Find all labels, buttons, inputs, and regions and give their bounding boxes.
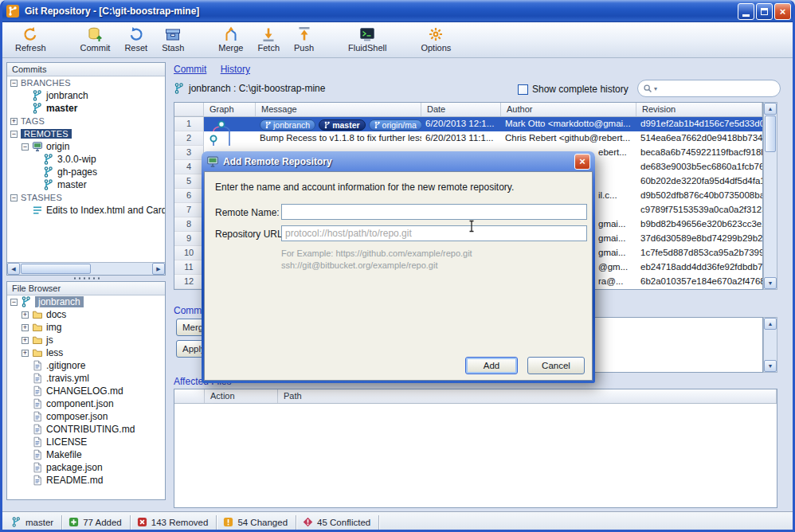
file-tree-item-img[interactable]: +img [7,321,165,334]
commit-row-2[interactable]: 2Bump Recess to v1.1.8 to fix further le… [174,131,762,146]
stash-list-icon [32,205,43,216]
commits-tree-item-branches[interactable]: −BRANCHES [7,76,165,89]
cancel-button[interactable]: Cancel [527,357,585,374]
toolbar-fetch-button[interactable]: Fetch [252,24,287,55]
column-header-author[interactable]: Author [501,103,636,116]
column-header-rownum[interactable] [174,103,204,116]
column-header-action[interactable]: Action [205,389,278,403]
branch-icon [174,83,185,94]
toolbar-merge-button[interactable]: Merge [212,24,249,55]
status-54-changed: 54 Changed [218,515,296,530]
file-tree-item-less[interactable]: +less [7,346,165,359]
commit-row-1[interactable]: 1jonbranchmasterorigin/ma6/20/2013 12:1.… [174,117,762,131]
toolbar-refresh-button[interactable]: Refresh [9,24,53,55]
commits-tree-item-stashes[interactable]: −STASHES [7,191,165,204]
show-complete-history-checkbox[interactable] [518,84,528,95]
file-tree-item-changelog-md[interactable]: CHANGELOG.md [7,385,165,397]
toolbar-reset-button[interactable]: Reset [118,24,154,55]
toolbar-push-button[interactable]: Push [288,24,320,55]
file-tree-item-jonbranch[interactable]: −jonbranch [7,295,165,308]
vscroll-thumb[interactable] [765,115,776,152]
expander-plus-icon[interactable]: + [10,118,18,125]
scroll-right-button[interactable]: ▶ [152,263,165,275]
file-tree-item-composer-json[interactable]: composer.json [7,410,165,423]
file-tree-item-license[interactable]: LICENSE [7,436,165,448]
scroll-up-button[interactable]: ▲ [764,103,777,115]
expander-plus-icon[interactable]: + [22,311,29,319]
scroll-down-button[interactable]: ▼ [764,277,777,289]
tree-item-label: README.md [46,475,103,486]
show-complete-history-label[interactable]: Show complete history [532,84,629,95]
scroll-down-button[interactable]: ▼ [764,360,777,372]
commits-tree-item-origin[interactable]: −origin [7,140,165,153]
file-tree-item-travis-yml[interactable]: .travis.yml [7,372,165,385]
commits-tree-item-gh-pages[interactable]: gh-pages [7,166,165,178]
close-window-button[interactable]: × [774,3,791,20]
expander-minus-icon[interactable]: − [10,80,18,87]
minimize-button[interactable] [738,3,754,20]
search-dropdown-chevron-icon[interactable]: ▾ [654,85,657,92]
commit-graph-cell [204,131,256,146]
scroll-up-button[interactable]: ▲ [764,318,777,330]
file-icon [32,424,43,435]
expander-plus-icon[interactable]: + [22,350,29,357]
remote-name-input[interactable] [281,204,587,220]
commits-tree-item-3-0-0-wip[interactable]: 3.0.0-wip [7,153,165,166]
file-browser-title: File Browser [7,282,165,295]
column-header-path[interactable]: Path [278,389,777,403]
expander-minus-icon[interactable]: − [22,143,29,151]
tree-item-label: master [57,179,87,190]
add-remote-dialog: Add Remote Repository × Enter the name a… [202,151,595,383]
repository-url-input[interactable] [281,225,587,241]
file-tree-item-component-json[interactable]: component.json [7,397,165,410]
hscroll-track[interactable] [92,264,152,274]
commits-tree-item-master[interactable]: master [7,178,165,191]
add-button[interactable]: Add [465,357,518,374]
tree-item-label: Edits to Index.html and Card [46,205,165,216]
tree-item-label: js [46,334,53,346]
commits-tree-item-edits-to-index-html-and-card[interactable]: Edits to Index.html and Card [7,204,165,217]
commits-tree-item-master[interactable]: master [7,102,165,115]
toolbar-commit-button[interactable]: Commit [74,24,117,55]
expander-spacer [22,426,29,433]
tab-commit[interactable]: Commit [174,64,206,75]
hscroll-thumb[interactable] [21,264,91,274]
commits-tree-item-remotes[interactable]: −REMOTES [7,127,165,140]
column-header-message[interactable]: Message [256,103,421,116]
expander-minus-icon[interactable]: − [10,299,18,306]
file-tree-item-package-json[interactable]: package.json [7,461,165,474]
commit-row-number: 3 [174,146,204,160]
commit-revision-cell: b9bd82b49656e320b623cc3e2c... [636,217,762,232]
tab-history[interactable]: History [221,64,250,75]
expander-minus-icon[interactable]: − [10,131,18,138]
column-header-graph[interactable]: Graph [204,103,256,116]
toolbar-options-button[interactable]: Options [414,24,457,55]
commits-tree-item-jonbranch[interactable]: jonbranch [7,89,165,102]
commits-tree-item-tags[interactable]: +TAGS [7,115,165,127]
expander-plus-icon[interactable]: + [22,337,29,344]
file-icon [32,462,43,473]
expander-minus-icon[interactable]: − [10,194,18,201]
column-header-date[interactable]: Date [421,103,501,116]
scroll-left-button[interactable]: ◀ [7,263,20,275]
file-tree-item-readme-md[interactable]: README.md [7,474,165,487]
search-input[interactable] [659,81,775,96]
file-tree-item-gitignore[interactable]: .gitignore [7,359,165,372]
status-label: 45 Conflicted [317,518,370,527]
file-tree-item-contributing-md[interactable]: CONTRIBUTING.md [7,423,165,436]
panel-splitter[interactable] [6,276,166,281]
toolbar-stash-button[interactable]: Stash [155,24,190,55]
file-tree-item-js[interactable]: +js [7,334,165,346]
tree-item-label: .gitignore [46,360,85,371]
dialog-close-button[interactable]: × [574,154,590,170]
toolbar-fluidshell-button[interactable]: FluidShell [342,24,393,55]
expander-plus-icon[interactable]: + [22,324,29,331]
maximize-button[interactable] [756,3,773,20]
file-tree-item-docs[interactable]: +docs [7,308,165,321]
expander-spacer [22,362,29,370]
search-box: ▾ [637,80,781,97]
column-header-revision[interactable]: Revision [636,103,762,116]
expander-spacer [22,207,29,214]
branch-icon [43,179,54,190]
file-tree-item-makefile[interactable]: Makefile [7,448,165,461]
